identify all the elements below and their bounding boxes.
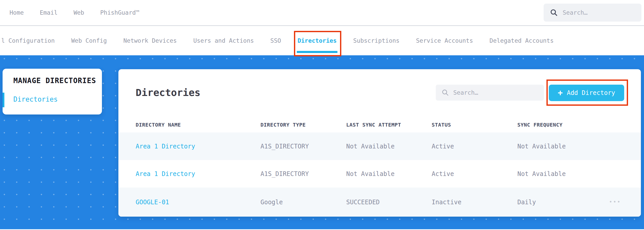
last-sync-attempt-value: Not Available: [346, 170, 432, 178]
status-value: Active: [432, 170, 517, 178]
tab-network-devices[interactable]: Network Devices: [123, 26, 177, 55]
tab-sso[interactable]: SSO: [270, 26, 281, 55]
directory-name-link[interactable]: Area 1 Directory: [136, 170, 260, 178]
column-header-directory-name: DIRECTORY NAME: [136, 122, 260, 128]
nav-item-home[interactable]: Home: [10, 9, 24, 16]
directory-name-link[interactable]: Area 1 Directory: [136, 143, 260, 150]
nav-item-email[interactable]: Email: [40, 9, 57, 16]
table-row: GOOGLE-01 Google SUCCEEDED Inactive Dail…: [118, 188, 641, 217]
global-search-input[interactable]: [563, 9, 635, 16]
row-actions-menu-icon[interactable]: •••: [607, 199, 621, 205]
directory-name-link[interactable]: GOOGLE-01: [136, 199, 260, 206]
sync-frequency-value: Not Available: [517, 170, 607, 178]
tab-service-accounts[interactable]: Service Accounts: [416, 26, 473, 55]
column-header-sync-frequency: SYNC FREQUENCY: [517, 122, 607, 128]
tab-delegated-accounts[interactable]: Delegated Accounts: [490, 26, 554, 55]
column-header-directory-type: DIRECTORY TYPE: [260, 122, 346, 128]
settings-tab-bar: l Configuration Web Config Network Devic…: [0, 26, 644, 55]
table-header-row: DIRECTORY NAME DIRECTORY TYPE LAST SYNC …: [118, 106, 641, 132]
directory-type-value: A1S_DIRECTORY: [260, 170, 346, 178]
active-tab-underline: [297, 51, 337, 53]
table-row: Area 1 Directory A1S_DIRECTORY Not Avail…: [118, 160, 641, 188]
manage-directories-title: MANAGE DIRECTORIES: [13, 76, 96, 85]
annotation-box-add-directory: + Add Directory: [546, 79, 628, 106]
directory-type-value: Google: [260, 199, 346, 206]
column-header-status: STATUS: [432, 122, 517, 128]
tab-web-config[interactable]: Web Config: [71, 26, 107, 55]
directories-panel: Directories + Add Directory D: [118, 69, 641, 217]
manage-directories-card: MANAGE DIRECTORIES Directories: [3, 69, 102, 114]
sync-frequency-value: Not Available: [517, 143, 607, 150]
add-directory-button-label: Add Directory: [567, 89, 615, 96]
panel-header: Directories + Add Directory: [118, 69, 641, 106]
last-sync-attempt-value: Not Available: [346, 143, 432, 150]
directory-type-value: A1S_DIRECTORY: [260, 143, 346, 150]
nav-item-phishguard[interactable]: PhishGuard™: [100, 9, 139, 16]
table-row: Area 1 Directory A1S_DIRECTORY Not Avail…: [118, 132, 641, 160]
tab-directories[interactable]: Directories: [298, 26, 337, 55]
sync-frequency-value: Daily: [517, 199, 607, 206]
status-value: Inactive: [432, 199, 517, 206]
directories-search-input[interactable]: [453, 89, 538, 96]
panel-title: Directories: [136, 87, 201, 98]
top-navigation: Home Email Web PhishGuard™: [0, 0, 644, 26]
plus-icon: +: [558, 89, 563, 97]
app-window: Home Email Web PhishGuard™ l Configurati…: [0, 0, 644, 230]
global-search-box[interactable]: [544, 4, 641, 22]
column-header-last-sync-attempt: LAST SYNC ATTEMPT: [346, 122, 432, 128]
add-directory-button[interactable]: + Add Directory: [549, 85, 624, 101]
tab-directories-label: Directories: [298, 37, 337, 44]
workspace-background: MANAGE DIRECTORIES Directories Directori…: [0, 55, 644, 229]
directories-search-box[interactable]: [436, 85, 544, 101]
nav-item-web[interactable]: Web: [74, 9, 84, 16]
search-icon: [550, 8, 558, 17]
sidebar-item-directories[interactable]: Directories: [13, 95, 58, 103]
last-sync-attempt-value: SUCCEEDED: [346, 199, 432, 206]
search-icon: [441, 89, 449, 96]
tab-subscriptions[interactable]: Subscriptions: [353, 26, 399, 55]
status-value: Active: [432, 143, 517, 150]
tab-email-configuration[interactable]: l Configuration: [1, 26, 55, 55]
active-item-indicator: [3, 93, 4, 107]
tab-users-and-actions[interactable]: Users and Actions: [193, 26, 254, 55]
